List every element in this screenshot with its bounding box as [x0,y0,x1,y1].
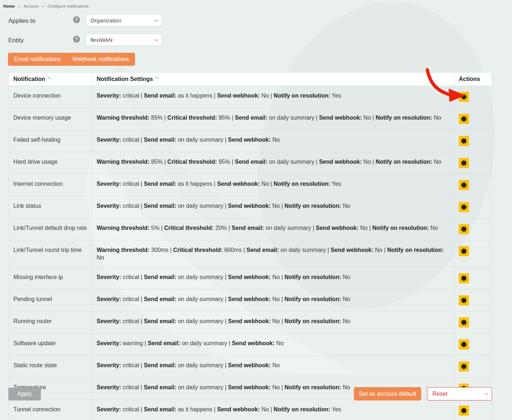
sort-icon: ▼▲ [47,77,52,80]
breadcrumb: Home » Account » Configure notifications [3,4,89,8]
edit-notification-gear-button[interactable] [459,136,469,146]
notification-name-cell: Link status [9,196,92,218]
notification-name-cell: Static route state [9,356,92,378]
edit-notification-gear-button[interactable] [459,295,469,305]
column-header-notification[interactable]: Notification▼▲ [9,73,92,86]
table-row: Software update Severity: warning | Send… [9,334,492,356]
table-row: Link status Severity: critical | Send em… [9,196,492,218]
notification-actions-cell [454,218,492,240]
edit-notification-gear-button[interactable] [459,202,469,212]
breadcrumb-home[interactable]: Home [3,4,15,8]
column-header-settings-label: Notification Settings [97,76,153,82]
entity-select[interactable]: flexiWAN [86,34,162,46]
gear-icon [461,297,467,303]
notification-settings-cell: Severity: critical | Send email: on dail… [92,290,454,312]
notification-name-cell: Software update [9,334,92,356]
webhook-notifications-tab[interactable]: Webhook notifications [66,53,135,66]
table-row: Hard drive usage Warning threshold: 85% … [9,152,492,174]
notification-settings-cell: Warning threshold: 5% | Critical thresho… [92,218,454,240]
table-row: Device connection Severity: critical | S… [9,86,492,108]
notification-name-cell: Device memory usage [9,108,92,130]
table-row: Pending tunnel Severity: critical | Send… [9,290,492,312]
notification-settings-cell: Severity: critical | Send email: on dail… [92,196,454,218]
entity-label: Entity [8,37,24,44]
edit-notification-gear-button[interactable] [459,273,469,283]
gear-icon [461,342,467,347]
edit-notification-gear-button[interactable] [459,339,469,350]
applies-to-help-icon[interactable]: ? [73,16,80,23]
edit-notification-gear-button[interactable] [459,180,469,190]
table-header-row: Notification▼▲ Notification Settings▼▲ A… [9,73,492,86]
edit-notification-gear-button[interactable] [459,406,469,416]
gear-icon [461,160,467,166]
edit-notification-gear-button[interactable] [459,92,469,102]
table-row: Missing interface ip Severity: critical … [9,267,492,290]
notification-actions-cell [454,174,492,196]
email-notifications-tab[interactable]: Email notifications [8,53,67,66]
gear-icon [461,138,467,144]
edit-notification-gear-button[interactable] [459,361,469,372]
gear-icon [461,320,467,325]
apply-button[interactable]: Apply [8,387,41,400]
notification-actions-cell [454,152,492,174]
notification-name-cell: Failed self-healing [9,130,92,152]
gear-icon [461,94,467,100]
notification-name-cell: Link/Tunnel default drop rate [9,218,92,240]
table-row: Link/Tunnel round trip time Warning thre… [9,240,492,267]
notifications-table: Notification▼▲ Notification Settings▼▲ A… [8,72,491,420]
table-row: Link/Tunnel default drop rate Warning th… [9,218,492,240]
breadcrumb-account[interactable]: Account [24,4,39,8]
column-header-settings[interactable]: Notification Settings▼▲ [92,73,454,86]
notification-settings-cell: Severity: critical | Send email: on dail… [92,356,454,378]
edit-notification-gear-button[interactable] [459,224,469,234]
gear-icon [461,248,467,254]
table-row: Failed self-healing Severity: critical |… [9,130,492,152]
applies-to-select[interactable]: Organization [86,14,162,26]
edit-notification-gear-button[interactable] [459,317,469,327]
column-header-actions: Actions [454,73,492,86]
table-row: Internet connection Severity: critical |… [9,174,492,196]
notification-actions-cell [454,240,492,267]
table-row: Static route state Severity: critical | … [9,356,492,378]
notification-name-cell: Hard drive usage [9,152,92,174]
table-row: Tunnel connection Severity: critical | S… [9,400,492,420]
notification-name-cell: Pending tunnel [9,290,92,312]
edit-notification-gear-button[interactable] [459,158,469,168]
edit-notification-gear-button[interactable] [459,246,469,256]
notification-actions-cell [454,86,492,108]
breadcrumb-separator: » [18,4,20,8]
notification-settings-cell: Warning threshold: 300ms | Critical thre… [92,240,454,267]
notification-actions-cell [454,267,492,290]
gear-icon [461,408,467,413]
notification-name-cell: Internet connection [9,174,92,196]
gear-icon [461,182,467,188]
reset-dropdown[interactable]: Reset [427,387,492,400]
notification-name-cell: Link/Tunnel round trip time [9,240,92,267]
notification-name-cell: Device connection [9,86,92,108]
notification-actions-cell [454,334,492,356]
breadcrumb-separator: » [42,4,44,8]
notification-actions-cell [454,290,492,312]
gear-icon [461,226,467,232]
table-row: Running router Severity: critical | Send… [9,312,492,334]
applies-to-label: Applies to [8,17,35,25]
gear-icon [461,204,467,210]
applies-to-select-wrap: Organization [86,14,162,26]
column-header-notification-label: Notification [13,76,45,82]
entity-select-wrap: flexiWAN [86,34,162,46]
entity-help-icon[interactable]: ? [73,36,80,43]
notification-settings-cell: Severity: warning | Send email: on daily… [92,334,454,356]
notification-settings-cell: Severity: critical | Send email: as it h… [92,174,454,196]
notification-settings-cell: Warning threshold: 85% | Critical thresh… [92,108,454,130]
notifications-table-body: Device connection Severity: critical | S… [9,86,492,420]
notification-name-cell: Running router [9,312,92,334]
notification-name-cell: Tunnel connection [9,400,92,420]
notification-actions-cell [454,356,492,378]
notification-settings-cell: Severity: critical | Send email: as it h… [92,400,454,420]
notification-settings-cell: Warning threshold: 85% | Critical thresh… [92,152,454,174]
set-as-account-default-button[interactable]: Set as account default [354,387,421,400]
notification-actions-cell [454,400,492,420]
edit-notification-gear-button[interactable] [459,114,469,124]
notification-actions-cell [454,108,492,130]
notification-actions-cell [454,196,492,218]
